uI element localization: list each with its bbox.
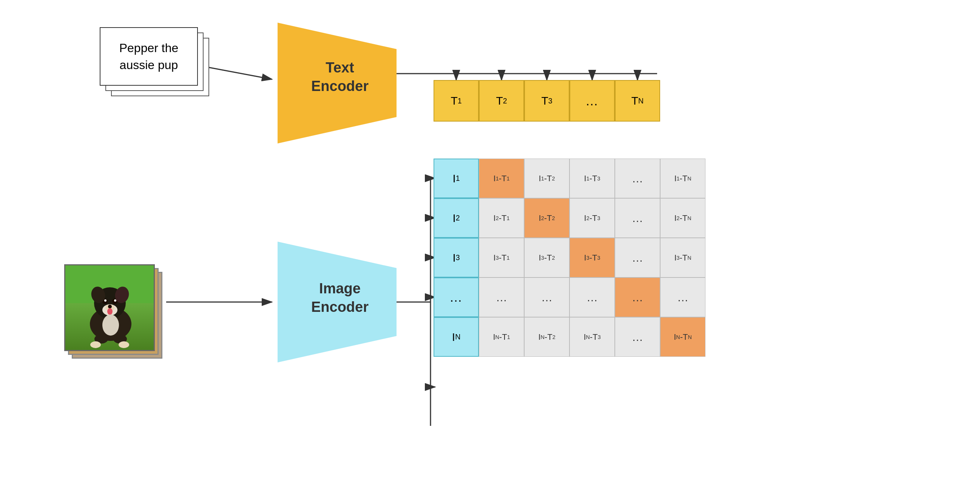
sim-i1t1: I1-T1 — [479, 159, 524, 198]
diagram: Pepper the aussie pup TextEncoder ImageE… — [0, 0, 980, 504]
image-col: I1 I2 I3 … IN — [434, 159, 479, 357]
sim-i1tdots: … — [615, 159, 660, 198]
sim-i3t2: I3-T2 — [524, 238, 570, 277]
image-encoder-label: ImageEncoder — [291, 279, 389, 317]
svg-point-15 — [90, 341, 101, 348]
sim-i3t1: I3-T1 — [479, 238, 524, 277]
text-input-box: Pepper the aussie pup — [100, 27, 198, 86]
sim-intn: IN-TN — [660, 317, 705, 357]
sim-row-4: … … … … … — [479, 277, 705, 317]
svg-point-10 — [107, 308, 113, 315]
sim-i1t3: I1-T3 — [570, 159, 615, 198]
token-tdots: … — [570, 80, 615, 122]
sim-i3tn: I3-TN — [660, 238, 705, 277]
token-t3: T3 — [524, 80, 570, 122]
token-tn: TN — [615, 80, 660, 122]
sim-int2: IN-T2 — [524, 317, 570, 357]
sim-dotsrow-dots: … — [615, 277, 660, 317]
image-i1: I1 — [434, 159, 479, 198]
svg-point-9 — [108, 305, 112, 308]
sim-row-5: IN-T1 IN-T2 IN-T3 … IN-TN — [479, 317, 705, 357]
image-i3: I3 — [434, 238, 479, 277]
text-encoder-label: TextEncoder — [291, 59, 389, 96]
sim-int1: IN-T1 — [479, 317, 524, 357]
dog-image — [64, 264, 155, 351]
svg-point-6 — [104, 299, 107, 302]
svg-point-16 — [119, 341, 129, 348]
image-in: IN — [434, 317, 479, 357]
token-row: T1 T2 T3 … TN — [434, 80, 660, 122]
sim-row-2: I2-T1 I2-T2 I2-T3 … I2-TN — [479, 198, 705, 238]
sim-i2t1: I2-T1 — [479, 198, 524, 238]
sim-matrix: I1-T1 I1-T2 I1-T3 … I1-TN I2-T1 I2-T2 I2… — [479, 159, 705, 357]
sim-i2tn: I2-TN — [660, 198, 705, 238]
sim-i2t3: I2-T3 — [570, 198, 615, 238]
text-to-encoder-arrow — [202, 66, 272, 79]
sim-dotsrow-t3: … — [570, 277, 615, 317]
sim-intdots: … — [615, 317, 660, 357]
text-input-label: Pepper the aussie pup — [100, 40, 197, 74]
sim-row-1: I1-T1 I1-T2 I1-T3 … I1-TN — [479, 159, 705, 198]
sim-dotsrow-t2: … — [524, 277, 570, 317]
sim-i2tdots: … — [615, 198, 660, 238]
sim-int3: IN-T3 — [570, 317, 615, 357]
sim-row-3: I3-T1 I3-T2 I3-T3 … I3-TN — [479, 238, 705, 277]
sim-i1t2: I1-T2 — [524, 159, 570, 198]
image-idots: … — [434, 277, 479, 317]
dog-svg — [65, 266, 155, 351]
svg-point-7 — [114, 299, 116, 302]
svg-point-17 — [102, 315, 119, 335]
sim-i1tn: I1-TN — [660, 159, 705, 198]
sim-dotsrow-t1: … — [479, 277, 524, 317]
sim-i3tdots: … — [615, 238, 660, 277]
token-t2: T2 — [479, 80, 524, 122]
token-t1: T1 — [434, 80, 479, 122]
sim-i2t2: I2-T2 — [524, 198, 570, 238]
image-i2: I2 — [434, 198, 479, 238]
sim-i3t3: I3-T3 — [570, 238, 615, 277]
sim-dotsrow-tn: … — [660, 277, 705, 317]
